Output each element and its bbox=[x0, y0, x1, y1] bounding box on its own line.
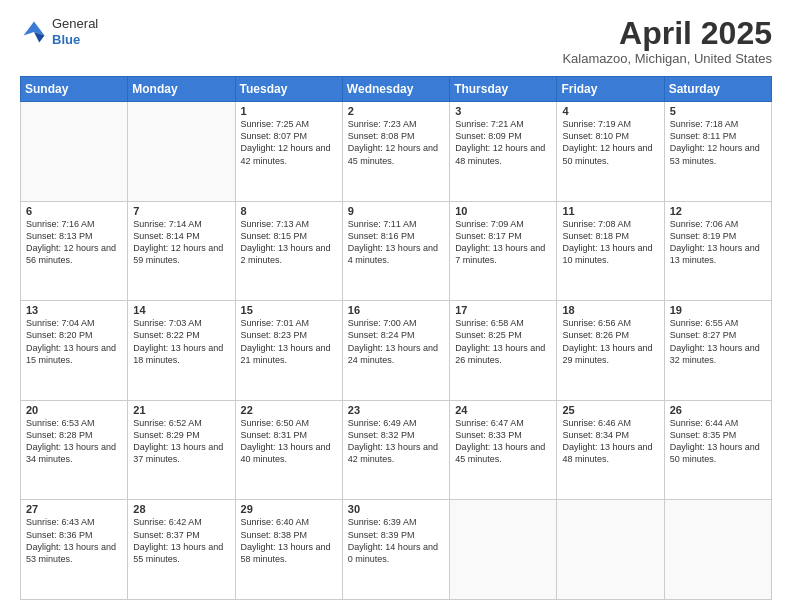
calendar-cell: 15Sunrise: 7:01 AM Sunset: 8:23 PM Dayli… bbox=[235, 301, 342, 401]
day-info: Sunrise: 7:19 AM Sunset: 8:10 PM Dayligh… bbox=[562, 118, 658, 167]
day-info: Sunrise: 6:42 AM Sunset: 8:37 PM Dayligh… bbox=[133, 516, 229, 565]
day-info: Sunrise: 6:53 AM Sunset: 8:28 PM Dayligh… bbox=[26, 417, 122, 466]
day-info: Sunrise: 7:09 AM Sunset: 8:17 PM Dayligh… bbox=[455, 218, 551, 267]
day-number: 14 bbox=[133, 304, 229, 316]
day-info: Sunrise: 7:18 AM Sunset: 8:11 PM Dayligh… bbox=[670, 118, 766, 167]
calendar-cell: 2Sunrise: 7:23 AM Sunset: 8:08 PM Daylig… bbox=[342, 102, 449, 202]
calendar-cell bbox=[664, 500, 771, 600]
calendar-cell: 10Sunrise: 7:09 AM Sunset: 8:17 PM Dayli… bbox=[450, 201, 557, 301]
day-info: Sunrise: 6:43 AM Sunset: 8:36 PM Dayligh… bbox=[26, 516, 122, 565]
logo-text: General Blue bbox=[52, 16, 98, 47]
day-number: 23 bbox=[348, 404, 444, 416]
calendar-cell bbox=[557, 500, 664, 600]
calendar-cell: 19Sunrise: 6:55 AM Sunset: 8:27 PM Dayli… bbox=[664, 301, 771, 401]
day-number: 19 bbox=[670, 304, 766, 316]
day-info: Sunrise: 6:46 AM Sunset: 8:34 PM Dayligh… bbox=[562, 417, 658, 466]
day-info: Sunrise: 6:44 AM Sunset: 8:35 PM Dayligh… bbox=[670, 417, 766, 466]
calendar-cell: 23Sunrise: 6:49 AM Sunset: 8:32 PM Dayli… bbox=[342, 400, 449, 500]
header-thursday: Thursday bbox=[450, 77, 557, 102]
day-number: 29 bbox=[241, 503, 337, 515]
day-number: 21 bbox=[133, 404, 229, 416]
day-info: Sunrise: 7:21 AM Sunset: 8:09 PM Dayligh… bbox=[455, 118, 551, 167]
day-number: 1 bbox=[241, 105, 337, 117]
header-friday: Friday bbox=[557, 77, 664, 102]
calendar-cell: 3Sunrise: 7:21 AM Sunset: 8:09 PM Daylig… bbox=[450, 102, 557, 202]
day-info: Sunrise: 7:06 AM Sunset: 8:19 PM Dayligh… bbox=[670, 218, 766, 267]
calendar-header-row: SundayMondayTuesdayWednesdayThursdayFrid… bbox=[21, 77, 772, 102]
calendar-cell: 30Sunrise: 6:39 AM Sunset: 8:39 PM Dayli… bbox=[342, 500, 449, 600]
day-info: Sunrise: 6:52 AM Sunset: 8:29 PM Dayligh… bbox=[133, 417, 229, 466]
day-info: Sunrise: 7:08 AM Sunset: 8:18 PM Dayligh… bbox=[562, 218, 658, 267]
day-info: Sunrise: 6:55 AM Sunset: 8:27 PM Dayligh… bbox=[670, 317, 766, 366]
calendar-week-4: 20Sunrise: 6:53 AM Sunset: 8:28 PM Dayli… bbox=[21, 400, 772, 500]
day-number: 26 bbox=[670, 404, 766, 416]
calendar-cell bbox=[128, 102, 235, 202]
calendar-cell: 14Sunrise: 7:03 AM Sunset: 8:22 PM Dayli… bbox=[128, 301, 235, 401]
day-number: 8 bbox=[241, 205, 337, 217]
day-number: 15 bbox=[241, 304, 337, 316]
logo-general: General bbox=[52, 16, 98, 32]
day-number: 11 bbox=[562, 205, 658, 217]
calendar-cell: 1Sunrise: 7:25 AM Sunset: 8:07 PM Daylig… bbox=[235, 102, 342, 202]
calendar-cell: 26Sunrise: 6:44 AM Sunset: 8:35 PM Dayli… bbox=[664, 400, 771, 500]
header-tuesday: Tuesday bbox=[235, 77, 342, 102]
day-info: Sunrise: 6:56 AM Sunset: 8:26 PM Dayligh… bbox=[562, 317, 658, 366]
calendar-week-3: 13Sunrise: 7:04 AM Sunset: 8:20 PM Dayli… bbox=[21, 301, 772, 401]
day-number: 6 bbox=[26, 205, 122, 217]
day-info: Sunrise: 6:39 AM Sunset: 8:39 PM Dayligh… bbox=[348, 516, 444, 565]
calendar-week-2: 6Sunrise: 7:16 AM Sunset: 8:13 PM Daylig… bbox=[21, 201, 772, 301]
day-info: Sunrise: 7:25 AM Sunset: 8:07 PM Dayligh… bbox=[241, 118, 337, 167]
day-number: 7 bbox=[133, 205, 229, 217]
calendar-cell: 12Sunrise: 7:06 AM Sunset: 8:19 PM Dayli… bbox=[664, 201, 771, 301]
day-number: 20 bbox=[26, 404, 122, 416]
day-number: 16 bbox=[348, 304, 444, 316]
day-number: 5 bbox=[670, 105, 766, 117]
day-info: Sunrise: 6:47 AM Sunset: 8:33 PM Dayligh… bbox=[455, 417, 551, 466]
day-info: Sunrise: 6:40 AM Sunset: 8:38 PM Dayligh… bbox=[241, 516, 337, 565]
calendar-week-5: 27Sunrise: 6:43 AM Sunset: 8:36 PM Dayli… bbox=[21, 500, 772, 600]
calendar-cell: 8Sunrise: 7:13 AM Sunset: 8:15 PM Daylig… bbox=[235, 201, 342, 301]
calendar-cell: 17Sunrise: 6:58 AM Sunset: 8:25 PM Dayli… bbox=[450, 301, 557, 401]
logo-icon bbox=[20, 18, 48, 46]
day-number: 22 bbox=[241, 404, 337, 416]
day-number: 18 bbox=[562, 304, 658, 316]
subtitle: Kalamazoo, Michigan, United States bbox=[562, 51, 772, 66]
calendar-cell: 11Sunrise: 7:08 AM Sunset: 8:18 PM Dayli… bbox=[557, 201, 664, 301]
day-info: Sunrise: 7:00 AM Sunset: 8:24 PM Dayligh… bbox=[348, 317, 444, 366]
calendar-cell: 20Sunrise: 6:53 AM Sunset: 8:28 PM Dayli… bbox=[21, 400, 128, 500]
day-number: 30 bbox=[348, 503, 444, 515]
calendar-cell: 24Sunrise: 6:47 AM Sunset: 8:33 PM Dayli… bbox=[450, 400, 557, 500]
day-info: Sunrise: 6:50 AM Sunset: 8:31 PM Dayligh… bbox=[241, 417, 337, 466]
day-number: 24 bbox=[455, 404, 551, 416]
day-number: 4 bbox=[562, 105, 658, 117]
main-title: April 2025 bbox=[562, 16, 772, 51]
header-monday: Monday bbox=[128, 77, 235, 102]
day-number: 9 bbox=[348, 205, 444, 217]
header-saturday: Saturday bbox=[664, 77, 771, 102]
day-info: Sunrise: 7:14 AM Sunset: 8:14 PM Dayligh… bbox=[133, 218, 229, 267]
day-info: Sunrise: 6:49 AM Sunset: 8:32 PM Dayligh… bbox=[348, 417, 444, 466]
calendar-cell: 27Sunrise: 6:43 AM Sunset: 8:36 PM Dayli… bbox=[21, 500, 128, 600]
calendar-cell bbox=[450, 500, 557, 600]
calendar-cell: 7Sunrise: 7:14 AM Sunset: 8:14 PM Daylig… bbox=[128, 201, 235, 301]
day-info: Sunrise: 7:04 AM Sunset: 8:20 PM Dayligh… bbox=[26, 317, 122, 366]
calendar-cell: 6Sunrise: 7:16 AM Sunset: 8:13 PM Daylig… bbox=[21, 201, 128, 301]
calendar-table: SundayMondayTuesdayWednesdayThursdayFrid… bbox=[20, 76, 772, 600]
day-info: Sunrise: 7:01 AM Sunset: 8:23 PM Dayligh… bbox=[241, 317, 337, 366]
header-sunday: Sunday bbox=[21, 77, 128, 102]
calendar-cell: 9Sunrise: 7:11 AM Sunset: 8:16 PM Daylig… bbox=[342, 201, 449, 301]
calendar-cell: 25Sunrise: 6:46 AM Sunset: 8:34 PM Dayli… bbox=[557, 400, 664, 500]
day-number: 12 bbox=[670, 205, 766, 217]
calendar-cell: 22Sunrise: 6:50 AM Sunset: 8:31 PM Dayli… bbox=[235, 400, 342, 500]
page: General Blue April 2025 Kalamazoo, Michi… bbox=[0, 0, 792, 612]
day-number: 13 bbox=[26, 304, 122, 316]
calendar-cell: 28Sunrise: 6:42 AM Sunset: 8:37 PM Dayli… bbox=[128, 500, 235, 600]
day-info: Sunrise: 7:03 AM Sunset: 8:22 PM Dayligh… bbox=[133, 317, 229, 366]
header-wednesday: Wednesday bbox=[342, 77, 449, 102]
calendar-cell: 13Sunrise: 7:04 AM Sunset: 8:20 PM Dayli… bbox=[21, 301, 128, 401]
day-info: Sunrise: 7:23 AM Sunset: 8:08 PM Dayligh… bbox=[348, 118, 444, 167]
day-number: 3 bbox=[455, 105, 551, 117]
calendar-cell: 5Sunrise: 7:18 AM Sunset: 8:11 PM Daylig… bbox=[664, 102, 771, 202]
calendar-cell: 16Sunrise: 7:00 AM Sunset: 8:24 PM Dayli… bbox=[342, 301, 449, 401]
day-number: 2 bbox=[348, 105, 444, 117]
